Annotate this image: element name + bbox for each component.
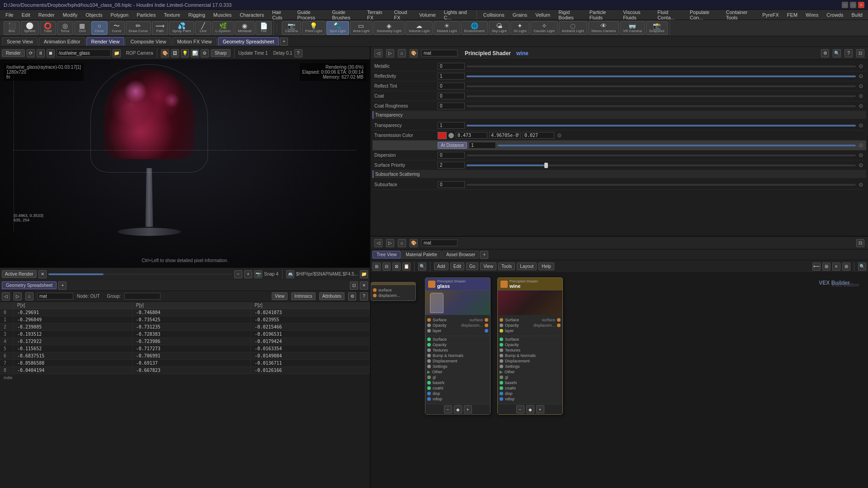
glass-dot-opacity[interactable] — [427, 324, 431, 327]
props-home[interactable]: ⌂ — [398, 49, 406, 57]
tools-node-button[interactable]: Tools — [498, 263, 515, 270]
transparency-input[interactable] — [438, 122, 465, 129]
node-toolbar-icon2[interactable]: ⊟ — [382, 263, 391, 271]
wine-ctrl-2[interactable]: ◆ — [526, 405, 534, 413]
subsurface-gear[interactable]: ⚙ — [858, 182, 864, 188]
volume-light-tool[interactable]: ☁Volume Light — [406, 21, 433, 35]
reflectivity-slider[interactable] — [467, 75, 856, 77]
render-path-browse[interactable]: 📁 — [113, 49, 121, 57]
reflect-tint-slider[interactable] — [467, 85, 856, 87]
geo-node-input[interactable] — [37, 293, 73, 300]
props-icon[interactable]: 🎨 — [410, 49, 418, 57]
menu-populate[interactable]: Populate Con... — [686, 9, 722, 21]
menu-guide-process[interactable]: Guide Process — [293, 9, 327, 21]
viewport[interactable]: /out/wine_glass(raytrace)-01:03:17[1] 12… — [0, 60, 370, 267]
line-tool[interactable]: ╱Line — [195, 21, 211, 35]
props-settings[interactable]: ⚙ — [821, 49, 829, 57]
menu-modify[interactable]: Modify — [59, 11, 81, 19]
gi-light-tool[interactable]: ✦GI Light — [510, 21, 529, 35]
node-canvas[interactable]: Indie Edition surface displacem... — [371, 273, 868, 488]
geo-home[interactable]: ⌂ — [25, 292, 33, 300]
tab-geometry-spreadsheet[interactable]: Geometry Spreadsheet — [218, 37, 279, 46]
menu-vellum[interactable]: Vellum — [532, 11, 554, 19]
help-node-button[interactable]: Help — [538, 263, 554, 270]
table-row[interactable]: 5 -0.115652 -0.717273 -0.0163354 — [0, 345, 370, 352]
table-row[interactable]: 0 -0.29691 -0.746804 -0.0241073 — [0, 309, 370, 316]
node-add-tab[interactable]: + — [480, 251, 488, 259]
tab-motion-fx-view[interactable]: Motion FX View — [172, 37, 217, 46]
reflect-tint-input[interactable] — [438, 83, 465, 89]
menu-lights[interactable]: Lights and C... — [440, 9, 474, 21]
glass-ctrl-2[interactable]: ◆ — [454, 405, 462, 413]
coat-gear[interactable]: ⚙ — [858, 93, 864, 99]
glass-dot-surface-out[interactable] — [485, 318, 488, 322]
render-progress-bar[interactable] — [48, 273, 232, 275]
menu-guide-brushes[interactable]: Guide Brushes — [329, 9, 363, 21]
geo-tab-main[interactable]: Geometry Spreadsheet — [2, 282, 57, 289]
tab-composite-view[interactable]: Composite View — [125, 37, 171, 46]
vr-cam-tool[interactable]: 🥽VR Camera — [620, 21, 645, 35]
table-row[interactable]: 1 -0.296049 -0.735425 -0.023955 — [0, 316, 370, 324]
snap-icon[interactable]: 📷 — [254, 270, 262, 278]
coat-roughness-input[interactable] — [438, 103, 465, 109]
menu-render[interactable]: Render — [35, 11, 58, 19]
geo-add-tab[interactable]: + — [58, 282, 66, 290]
glass-ctrl-1[interactable]: − — [444, 405, 452, 413]
dispersion-input[interactable] — [438, 152, 465, 159]
props-float[interactable]: ⊡ — [856, 49, 864, 57]
wine-dot-layer[interactable] — [500, 329, 503, 333]
reflect-tint-gear[interactable]: ⚙ — [858, 83, 864, 89]
caustic-light-tool[interactable]: ✧Caustic Light — [530, 21, 557, 35]
props-search[interactable]: 🔍 — [833, 49, 841, 57]
transmission-color-gear[interactable]: ⚙ — [556, 132, 563, 139]
reflectivity-input[interactable] — [438, 73, 465, 80]
menu-fem[interactable]: FEM — [783, 11, 801, 19]
lsystem-tool[interactable]: 🌿L-System — [212, 21, 234, 35]
render-icon-5[interactable]: ⚙ — [201, 49, 209, 57]
props-nav-fwd[interactable]: ▷ — [386, 49, 394, 57]
geo-light-tool[interactable]: ◈Geometry Light — [373, 21, 405, 35]
tube-tool[interactable]: ⭕Tube — [40, 21, 56, 35]
metallic-slider[interactable] — [467, 66, 856, 67]
view-node-button[interactable]: View — [480, 263, 496, 270]
node-float[interactable]: ⊡ — [856, 239, 864, 247]
menu-terrain-fx[interactable]: Terrain FX — [363, 9, 390, 21]
menu-hair-cuts[interactable]: Hair Cuts — [269, 9, 293, 21]
transparency-slider[interactable] — [467, 125, 856, 127]
menu-texture[interactable]: Texture — [160, 11, 184, 19]
wine-dot-displace-out[interactable] — [557, 324, 561, 327]
tab-render-view[interactable]: Render View — [86, 37, 125, 46]
coat-roughness-gear[interactable]: ⚙ — [858, 103, 864, 109]
geo-float[interactable]: ⊡ — [350, 282, 358, 290]
node-path-input[interactable] — [421, 239, 458, 246]
port-dot-surface[interactable] — [373, 288, 377, 292]
metallic-gear[interactable]: ⚙ — [858, 63, 864, 70]
snapshot-tool[interactable]: 📸Snapshot — [646, 21, 668, 35]
render-help[interactable]: ? — [294, 49, 302, 57]
reflectivity-gear[interactable]: ⚙ — [858, 73, 864, 80]
spot-light-tool[interactable]: 🔦Spot Light — [326, 21, 349, 35]
transmission-color-swatch[interactable] — [438, 132, 447, 139]
point-light-tool[interactable]: 💡Point Light — [302, 21, 326, 35]
transmission-color-g-input[interactable] — [489, 132, 521, 139]
port-dot-displace[interactable] — [373, 294, 377, 297]
geo-help[interactable]: ? — [360, 292, 368, 300]
menu-build[interactable]: Build — [848, 11, 866, 19]
ship-open[interactable]: 📁 — [360, 270, 368, 278]
render-icon-4[interactable]: 📊 — [191, 49, 199, 57]
wine-dot-surface-out[interactable] — [557, 318, 561, 322]
menu-collisions[interactable]: Collisions — [480, 11, 508, 19]
close-button[interactable]: ✕ — [858, 2, 864, 8]
node-card-partial[interactable]: surface displacem... — [371, 282, 416, 301]
tab-animation-editor[interactable]: Animation Editor — [39, 37, 85, 46]
table-row[interactable]: 7 -0.0586588 -0.69137 -0.0136711 — [0, 360, 370, 367]
menu-fluid-conta[interactable]: Fluid Conta... — [654, 9, 685, 21]
node-tab-tree-view[interactable]: Tree View — [373, 251, 401, 258]
intrinsics-button[interactable]: Intrinsics — [291, 292, 315, 300]
wine-dot-surface[interactable] — [500, 318, 503, 322]
menu-wires[interactable]: Wires — [802, 11, 822, 19]
glass-ctrl-3[interactable]: + — [464, 405, 472, 413]
spray-paint-tool[interactable]: 💦Spray Paint — [169, 21, 194, 35]
subsurface-slider[interactable] — [467, 184, 856, 186]
circle-tool[interactable]: ○Circle — [91, 21, 108, 35]
